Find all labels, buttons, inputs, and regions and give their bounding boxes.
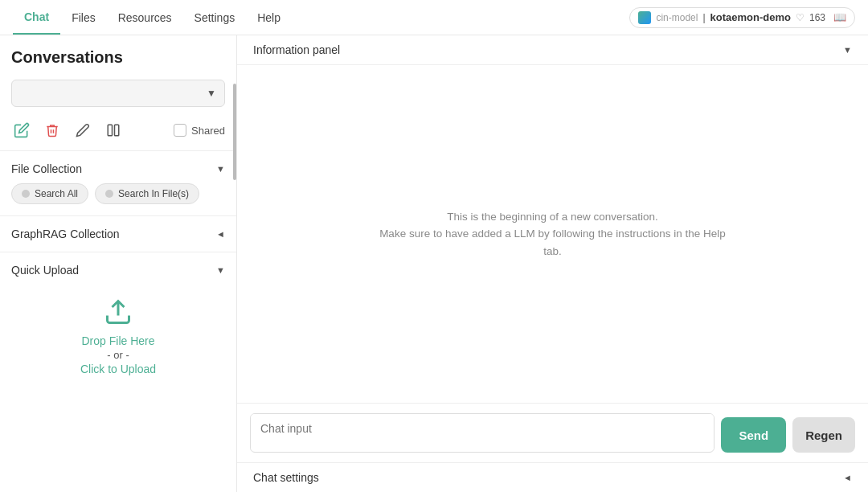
conversations-title: Conversations	[0, 35, 236, 73]
nav-resources[interactable]: Resources	[107, 0, 183, 35]
chat-input-area: Send Regen	[237, 403, 868, 462]
upload-drop-zone[interactable]: Drop File Here - or - Click to Upload	[11, 277, 225, 383]
shared-text: Shared	[191, 125, 225, 137]
search-all-label: Search All	[35, 188, 78, 199]
nav-help[interactable]: Help	[246, 0, 292, 35]
sidebar: Conversations ▼	[0, 35, 237, 492]
sidebar-divider-3	[0, 252, 236, 252]
send-button[interactable]: Send	[721, 417, 786, 453]
chat-input[interactable]	[251, 414, 714, 449]
shared-checkbox[interactable]	[174, 124, 186, 137]
upload-or-text: - or -	[107, 349, 129, 361]
quick-upload-section: Quick Upload ▼ Drop File Here - or - Cli…	[0, 256, 236, 392]
dropdown-arrow-icon: ▼	[207, 88, 216, 99]
file-collection-arrow-icon: ▼	[216, 164, 225, 174]
graphrag-label: GraphRAG Collection	[11, 228, 120, 240]
nav-files[interactable]: Files	[60, 0, 107, 35]
quick-upload-label: Quick Upload	[11, 264, 79, 277]
quick-upload-arrow-icon: ▼	[216, 265, 225, 275]
click-to-upload-text[interactable]: Click to Upload	[80, 363, 156, 375]
chat-settings-arrow-icon: ◄	[843, 473, 852, 482]
search-in-files-dot	[105, 190, 113, 198]
info-panel[interactable]: Information panel ▼	[237, 35, 868, 65]
graphrag-section: GraphRAG Collection ◄	[0, 219, 236, 248]
main-chat: Information panel ▼ This is the beginnin…	[237, 35, 868, 492]
file-collection-header[interactable]: File Collection ▼	[11, 162, 225, 175]
new-conversation-icon[interactable]	[11, 120, 32, 141]
file-collection-section: File Collection ▼ Search All Search In F…	[0, 154, 236, 212]
sidebar-divider-2	[0, 215, 236, 216]
welcome-message: This is the beginning of a new conversat…	[379, 208, 726, 260]
search-in-files-label: Search In File(s)	[118, 188, 189, 199]
search-in-files-button[interactable]: Search In File(s)	[95, 183, 199, 204]
chat-messages-area: This is the beginning of a new conversat…	[237, 65, 868, 403]
layout-icon[interactable]	[103, 120, 124, 141]
sidebar-actions: Shared	[0, 113, 236, 147]
heart-icon: ♡	[796, 12, 805, 23]
star-count: 163	[809, 12, 825, 23]
graphrag-header[interactable]: GraphRAG Collection ◄	[11, 228, 225, 240]
model-badge[interactable]: cin-model | kotaemon-demo ♡ 163 📖	[629, 7, 855, 28]
nav-settings[interactable]: Settings	[183, 0, 247, 35]
welcome-line-3: tab.	[379, 243, 726, 260]
main-layout: Conversations ▼	[0, 35, 868, 492]
chat-settings-label: Chat settings	[253, 471, 319, 484]
model-prefix: cin-model	[656, 12, 698, 23]
sidebar-divider-1	[0, 150, 236, 151]
chat-input-wrap	[250, 413, 714, 453]
chat-settings-bar[interactable]: Chat settings ◄	[237, 462, 868, 492]
welcome-line-1: This is the beginning of a new conversat…	[379, 208, 726, 226]
scroll-indicator	[233, 84, 236, 180]
nav-chat[interactable]: Chat	[13, 0, 60, 35]
info-panel-arrow-icon: ▼	[843, 45, 852, 55]
delete-conversation-icon[interactable]	[42, 120, 63, 141]
search-all-dot	[22, 190, 30, 198]
top-nav: Chat Files Resources Settings Help cin-m…	[0, 0, 868, 35]
welcome-line-2: Make sure to have added a LLM by followi…	[379, 225, 726, 243]
graphrag-arrow-icon: ◄	[216, 229, 225, 239]
edit-conversation-icon[interactable]	[72, 120, 93, 141]
quick-upload-header[interactable]: Quick Upload ▼	[11, 264, 225, 277]
search-buttons: Search All Search In File(s)	[11, 183, 225, 204]
model-name: kotaemon-demo	[710, 11, 791, 23]
search-all-button[interactable]: Search All	[11, 183, 88, 204]
conversation-dropdown[interactable]: ▼	[11, 80, 225, 107]
svg-rect-0	[108, 125, 112, 136]
book-icon: 📖	[833, 11, 846, 23]
file-collection-label: File Collection	[11, 162, 82, 175]
info-panel-label: Information panel	[253, 43, 340, 56]
svg-rect-1	[115, 125, 119, 136]
shared-label-wrap: Shared	[174, 124, 225, 137]
upload-icon	[102, 296, 134, 328]
model-icon	[638, 11, 651, 24]
drop-file-text: Drop File Here	[81, 334, 154, 347]
regen-button[interactable]: Regen	[792, 417, 855, 453]
